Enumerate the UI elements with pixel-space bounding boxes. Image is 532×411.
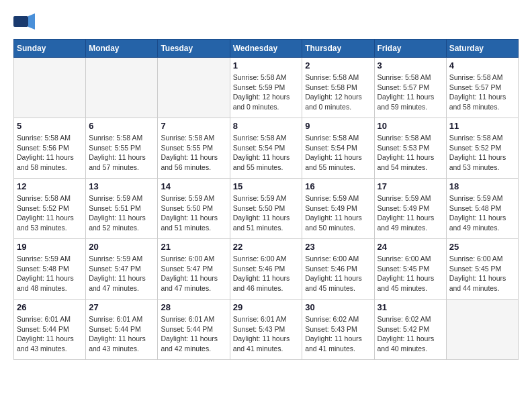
- day-info: Sunrise: 6:01 AM Sunset: 5:44 PM Dayligh…: [89, 314, 154, 354]
- svg-marker-1: [28, 13, 35, 30]
- logo-icon: [13, 13, 35, 32]
- calendar-header: SundayMondayTuesdayWednesdayThursdayFrid…: [14, 40, 519, 58]
- day-info: Sunrise: 5:58 AM Sunset: 5:59 PM Dayligh…: [233, 73, 300, 112]
- day-cell: [86, 58, 158, 118]
- day-info: Sunrise: 5:59 AM Sunset: 5:51 PM Dayligh…: [89, 193, 154, 233]
- day-number: 18: [449, 181, 515, 191]
- day-info: Sunrise: 5:59 AM Sunset: 5:48 PM Dayligh…: [17, 254, 83, 293]
- day-number: 11: [449, 121, 515, 131]
- day-info: Sunrise: 5:59 AM Sunset: 5:49 PM Dayligh…: [305, 193, 371, 233]
- day-cell: 25Sunrise: 6:00 AM Sunset: 5:45 PM Dayli…: [446, 239, 518, 300]
- day-number: 25: [449, 242, 515, 252]
- day-info: Sunrise: 5:58 AM Sunset: 5:58 PM Dayligh…: [305, 73, 371, 112]
- day-number: 7: [161, 121, 226, 131]
- day-cell: 4Sunrise: 5:58 AM Sunset: 5:57 PM Daylig…: [446, 58, 518, 118]
- day-info: Sunrise: 6:01 AM Sunset: 5:43 PM Dayligh…: [233, 314, 300, 354]
- day-number: 4: [449, 60, 515, 71]
- header-sunday: Sunday: [14, 40, 86, 58]
- day-cell: [446, 300, 518, 360]
- day-number: 9: [305, 121, 371, 131]
- day-info: Sunrise: 6:00 AM Sunset: 5:47 PM Dayligh…: [161, 254, 226, 293]
- header-friday: Friday: [374, 40, 446, 58]
- day-cell: 7Sunrise: 5:58 AM Sunset: 5:55 PM Daylig…: [158, 118, 230, 179]
- day-info: Sunrise: 6:01 AM Sunset: 5:44 PM Dayligh…: [17, 314, 83, 354]
- svg-rect-0: [13, 16, 28, 27]
- calendar-table: SundayMondayTuesdayWednesdayThursdayFrid…: [13, 39, 519, 360]
- day-cell: 29Sunrise: 6:01 AM Sunset: 5:43 PM Dayli…: [230, 300, 302, 360]
- day-number: 26: [17, 302, 83, 312]
- day-cell: 9Sunrise: 5:58 AM Sunset: 5:54 PM Daylig…: [302, 118, 374, 179]
- day-info: Sunrise: 6:01 AM Sunset: 5:44 PM Dayligh…: [161, 314, 226, 354]
- day-number: 23: [305, 242, 371, 252]
- day-cell: 1Sunrise: 5:58 AM Sunset: 5:59 PM Daylig…: [230, 58, 302, 118]
- day-info: Sunrise: 6:02 AM Sunset: 5:43 PM Dayligh…: [305, 314, 371, 354]
- day-info: Sunrise: 5:58 AM Sunset: 5:57 PM Dayligh…: [449, 73, 515, 112]
- week-row-1: 1Sunrise: 5:58 AM Sunset: 5:59 PM Daylig…: [14, 58, 519, 118]
- day-info: Sunrise: 5:58 AM Sunset: 5:54 PM Dayligh…: [233, 133, 300, 173]
- day-number: 28: [161, 302, 226, 312]
- header-saturday: Saturday: [446, 40, 518, 58]
- day-number: 10: [378, 121, 443, 131]
- day-number: 29: [233, 302, 300, 312]
- day-cell: 21Sunrise: 6:00 AM Sunset: 5:47 PM Dayli…: [158, 239, 230, 300]
- week-row-5: 26Sunrise: 6:01 AM Sunset: 5:44 PM Dayli…: [14, 300, 519, 360]
- day-number: 22: [233, 242, 300, 252]
- day-info: Sunrise: 5:58 AM Sunset: 5:55 PM Dayligh…: [161, 133, 226, 173]
- day-cell: 11Sunrise: 5:58 AM Sunset: 5:52 PM Dayli…: [446, 118, 518, 179]
- day-info: Sunrise: 5:58 AM Sunset: 5:53 PM Dayligh…: [378, 133, 443, 173]
- day-number: 6: [89, 121, 154, 131]
- day-number: 3: [378, 60, 443, 71]
- calendar-body: 1Sunrise: 5:58 AM Sunset: 5:59 PM Daylig…: [14, 58, 519, 360]
- week-row-2: 5Sunrise: 5:58 AM Sunset: 5:56 PM Daylig…: [14, 118, 519, 179]
- day-number: 14: [161, 181, 226, 191]
- week-row-4: 19Sunrise: 5:59 AM Sunset: 5:48 PM Dayli…: [14, 239, 519, 300]
- day-cell: 3Sunrise: 5:58 AM Sunset: 5:57 PM Daylig…: [374, 58, 446, 118]
- day-cell: 10Sunrise: 5:58 AM Sunset: 5:53 PM Dayli…: [374, 118, 446, 179]
- day-cell: 30Sunrise: 6:02 AM Sunset: 5:43 PM Dayli…: [302, 300, 374, 360]
- day-cell: 18Sunrise: 5:59 AM Sunset: 5:48 PM Dayli…: [446, 179, 518, 239]
- day-cell: 17Sunrise: 5:59 AM Sunset: 5:49 PM Dayli…: [374, 179, 446, 239]
- day-number: 15: [233, 181, 300, 191]
- day-number: 16: [305, 181, 371, 191]
- day-number: 17: [378, 181, 443, 191]
- day-cell: [14, 58, 86, 118]
- day-cell: 15Sunrise: 5:59 AM Sunset: 5:50 PM Dayli…: [230, 179, 302, 239]
- day-info: Sunrise: 5:59 AM Sunset: 5:47 PM Dayligh…: [89, 254, 154, 293]
- day-cell: 20Sunrise: 5:59 AM Sunset: 5:47 PM Dayli…: [86, 239, 158, 300]
- day-info: Sunrise: 5:58 AM Sunset: 5:56 PM Dayligh…: [17, 133, 83, 173]
- header-row: SundayMondayTuesdayWednesdayThursdayFrid…: [14, 40, 519, 58]
- day-info: Sunrise: 5:59 AM Sunset: 5:50 PM Dayligh…: [233, 193, 300, 233]
- day-cell: 16Sunrise: 5:59 AM Sunset: 5:49 PM Dayli…: [302, 179, 374, 239]
- day-cell: 12Sunrise: 5:58 AM Sunset: 5:52 PM Dayli…: [14, 179, 86, 239]
- logo: [13, 13, 38, 32]
- day-info: Sunrise: 5:58 AM Sunset: 5:52 PM Dayligh…: [449, 133, 515, 173]
- day-number: 13: [89, 181, 154, 191]
- week-row-3: 12Sunrise: 5:58 AM Sunset: 5:52 PM Dayli…: [14, 179, 519, 239]
- day-number: 8: [233, 121, 300, 131]
- day-cell: 2Sunrise: 5:58 AM Sunset: 5:58 PM Daylig…: [302, 58, 374, 118]
- day-cell: 24Sunrise: 6:00 AM Sunset: 5:45 PM Dayli…: [374, 239, 446, 300]
- header-thursday: Thursday: [302, 40, 374, 58]
- day-cell: 26Sunrise: 6:01 AM Sunset: 5:44 PM Dayli…: [14, 300, 86, 360]
- page-header: [13, 13, 519, 32]
- day-number: 19: [17, 242, 83, 252]
- day-cell: 6Sunrise: 5:58 AM Sunset: 5:55 PM Daylig…: [86, 118, 158, 179]
- day-cell: 28Sunrise: 6:01 AM Sunset: 5:44 PM Dayli…: [158, 300, 230, 360]
- day-cell: [158, 58, 230, 118]
- day-cell: 31Sunrise: 6:02 AM Sunset: 5:42 PM Dayli…: [374, 300, 446, 360]
- day-cell: 27Sunrise: 6:01 AM Sunset: 5:44 PM Dayli…: [86, 300, 158, 360]
- day-cell: 13Sunrise: 5:59 AM Sunset: 5:51 PM Dayli…: [86, 179, 158, 239]
- day-number: 27: [89, 302, 154, 312]
- header-wednesday: Wednesday: [230, 40, 302, 58]
- day-number: 5: [17, 121, 83, 131]
- day-cell: 22Sunrise: 6:00 AM Sunset: 5:46 PM Dayli…: [230, 239, 302, 300]
- day-info: Sunrise: 6:00 AM Sunset: 5:46 PM Dayligh…: [305, 254, 371, 293]
- day-info: Sunrise: 5:58 AM Sunset: 5:57 PM Dayligh…: [378, 73, 443, 112]
- day-number: 2: [305, 60, 371, 71]
- day-number: 1: [233, 60, 300, 71]
- day-info: Sunrise: 6:02 AM Sunset: 5:42 PM Dayligh…: [378, 314, 443, 354]
- header-tuesday: Tuesday: [158, 40, 230, 58]
- day-cell: 19Sunrise: 5:59 AM Sunset: 5:48 PM Dayli…: [14, 239, 86, 300]
- day-info: Sunrise: 6:00 AM Sunset: 5:45 PM Dayligh…: [449, 254, 515, 293]
- day-info: Sunrise: 5:59 AM Sunset: 5:49 PM Dayligh…: [378, 193, 443, 233]
